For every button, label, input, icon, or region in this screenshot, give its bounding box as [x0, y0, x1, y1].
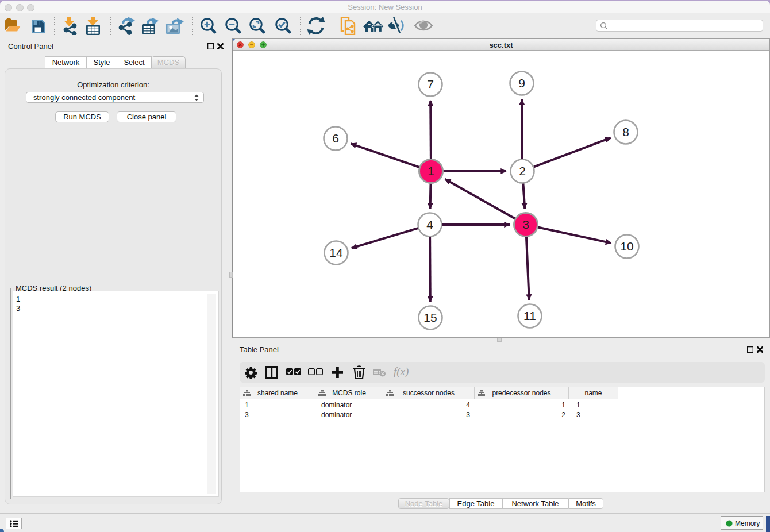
svg-text:14: 14: [329, 246, 343, 259]
svg-text:4: 4: [426, 218, 433, 231]
svg-text:1: 1: [428, 164, 434, 178]
svg-text:9: 9: [518, 76, 525, 90]
svg-text:6: 6: [332, 132, 339, 145]
svg-text:10: 10: [620, 240, 633, 253]
svg-text:3: 3: [522, 218, 529, 231]
svg-text:11: 11: [523, 309, 536, 322]
svg-text:15: 15: [424, 311, 437, 324]
svg-text:8: 8: [622, 125, 629, 138]
svg-text:7: 7: [427, 78, 434, 91]
svg-text:2: 2: [519, 164, 526, 178]
